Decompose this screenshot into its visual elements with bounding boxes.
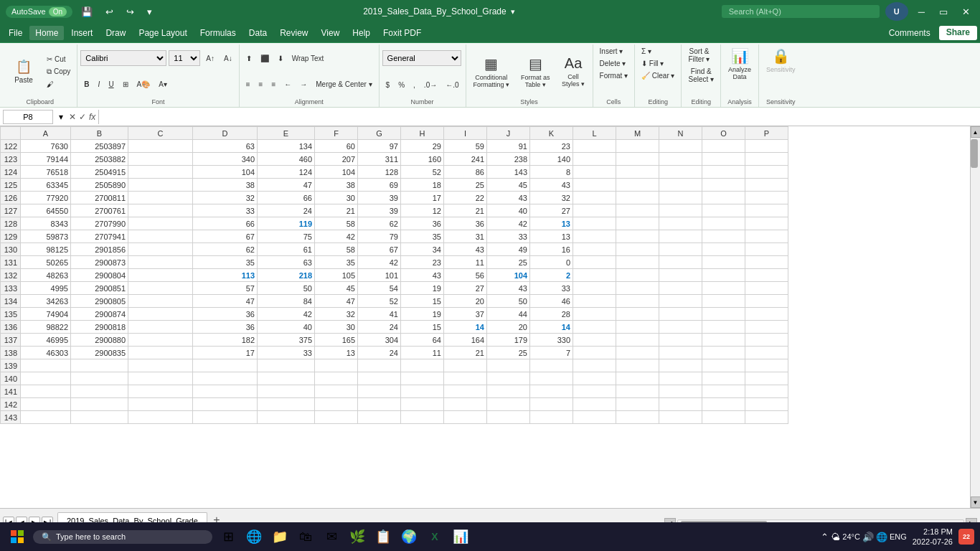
cell-k124[interactable]: 8 bbox=[530, 166, 573, 179]
fill-button[interactable]: ⬇ Fill ▾ bbox=[638, 58, 678, 69]
menu-formulas[interactable]: Formulas bbox=[194, 26, 242, 40]
taskbar-app7[interactable]: 📋 bbox=[372, 525, 395, 548]
cell-m139[interactable] bbox=[616, 359, 659, 372]
cell-b130[interactable]: 2901856 bbox=[71, 243, 128, 256]
cell-j136[interactable]: 20 bbox=[487, 321, 530, 334]
cell-p135[interactable] bbox=[745, 308, 788, 321]
cell-g134[interactable]: 52 bbox=[358, 295, 401, 308]
cell-c140[interactable] bbox=[128, 372, 193, 385]
cell-i143[interactable] bbox=[444, 411, 487, 424]
cell-o132[interactable] bbox=[702, 269, 745, 282]
cell-g129[interactable]: 79 bbox=[358, 230, 401, 243]
row-header[interactable]: 122 bbox=[1, 140, 21, 153]
cell-n142[interactable] bbox=[659, 398, 702, 411]
cell-b132[interactable]: 2900804 bbox=[71, 269, 128, 282]
row-header[interactable]: 125 bbox=[1, 179, 21, 192]
user-avatar[interactable]: U bbox=[885, 2, 908, 21]
cell-d131[interactable]: 35 bbox=[193, 256, 258, 269]
global-search[interactable] bbox=[722, 5, 880, 18]
cell-n139[interactable] bbox=[659, 359, 702, 372]
cell-d143[interactable] bbox=[193, 411, 258, 424]
cell-k133[interactable]: 33 bbox=[530, 282, 573, 295]
menu-insert[interactable]: Insert bbox=[65, 26, 98, 40]
tray-chevron[interactable]: ⌃ bbox=[821, 532, 829, 542]
cell-j124[interactable]: 143 bbox=[487, 166, 530, 179]
cell-j134[interactable]: 50 bbox=[487, 295, 530, 308]
cell-f131[interactable]: 35 bbox=[315, 256, 358, 269]
scroll-up-button[interactable]: ▲ bbox=[971, 126, 981, 138]
cell-j138[interactable]: 25 bbox=[487, 347, 530, 359]
cell-a126[interactable]: 77920 bbox=[21, 192, 71, 204]
percent-button[interactable]: % bbox=[395, 80, 408, 90]
cell-j143[interactable] bbox=[487, 411, 530, 424]
cell-o125[interactable] bbox=[702, 179, 745, 192]
grid-wrapper[interactable]: A B C D E F G H I J K L M N O bbox=[0, 126, 970, 428]
cell-i134[interactable]: 20 bbox=[444, 295, 487, 308]
cell-d130[interactable]: 62 bbox=[193, 243, 258, 256]
cell-l139[interactable] bbox=[573, 359, 616, 372]
cell-d142[interactable] bbox=[193, 398, 258, 411]
cell-b127[interactable]: 2700761 bbox=[71, 204, 128, 217]
cell-n127[interactable] bbox=[659, 204, 702, 217]
font-size-select[interactable]: 11 bbox=[169, 50, 200, 66]
delete-cells-button[interactable]: Delete ▾ bbox=[596, 58, 631, 69]
format-as-table-button[interactable]: ▤ Format asTable ▾ bbox=[517, 54, 555, 90]
cell-p127[interactable] bbox=[745, 204, 788, 217]
cell-k131[interactable]: 0 bbox=[530, 256, 573, 269]
cell-o134[interactable] bbox=[702, 295, 745, 308]
cell-h137[interactable]: 64 bbox=[401, 334, 444, 347]
cell-f129[interactable]: 42 bbox=[315, 230, 358, 243]
minimize-button[interactable]: ─ bbox=[914, 5, 929, 19]
cell-p125[interactable] bbox=[745, 179, 788, 192]
cell-k135[interactable]: 28 bbox=[530, 308, 573, 321]
cell-j135[interactable]: 44 bbox=[487, 308, 530, 321]
cell-o129[interactable] bbox=[702, 230, 745, 243]
scroll-down-button[interactable]: ▼ bbox=[971, 496, 981, 508]
cell-i137[interactable]: 164 bbox=[444, 334, 487, 347]
underline-button[interactable]: U bbox=[105, 79, 117, 90]
col-header-h[interactable]: H bbox=[401, 127, 444, 140]
redo-button[interactable]: ↪ bbox=[122, 5, 138, 19]
cell-a123[interactable]: 79144 bbox=[21, 153, 71, 166]
cell-f133[interactable]: 45 bbox=[315, 282, 358, 295]
cell-p122[interactable] bbox=[745, 140, 788, 153]
function-wizard-button[interactable]: fx bbox=[89, 112, 95, 122]
taskbar-store[interactable]: 🛍 bbox=[294, 525, 317, 548]
cell-i125[interactable]: 25 bbox=[444, 179, 487, 192]
cell-m125[interactable] bbox=[616, 179, 659, 192]
cell-f135[interactable]: 32 bbox=[315, 308, 358, 321]
cell-l132[interactable] bbox=[573, 269, 616, 282]
menu-foxit[interactable]: Foxit PDF bbox=[377, 26, 427, 40]
align-left-button[interactable]: ≡ bbox=[242, 79, 254, 90]
cell-d139[interactable] bbox=[193, 359, 258, 372]
cell-o138[interactable] bbox=[702, 347, 745, 359]
cell-e135[interactable]: 42 bbox=[258, 308, 315, 321]
cell-i126[interactable]: 22 bbox=[444, 192, 487, 204]
conditional-formatting-button[interactable]: ▦ ConditionalFormatting ▾ bbox=[469, 54, 514, 90]
cell-h124[interactable]: 52 bbox=[401, 166, 444, 179]
cell-e123[interactable]: 460 bbox=[258, 153, 315, 166]
align-middle-button[interactable]: ⬛ bbox=[257, 53, 273, 64]
cell-h129[interactable]: 35 bbox=[401, 230, 444, 243]
cell-c133[interactable] bbox=[128, 282, 193, 295]
align-top-button[interactable]: ⬆ bbox=[242, 53, 255, 64]
cell-o128[interactable] bbox=[702, 217, 745, 230]
cell-o139[interactable] bbox=[702, 359, 745, 372]
col-header-i[interactable]: I bbox=[444, 127, 487, 140]
cell-b123[interactable]: 2503882 bbox=[71, 153, 128, 166]
cell-k127[interactable]: 27 bbox=[530, 204, 573, 217]
cell-g122[interactable]: 97 bbox=[358, 140, 401, 153]
taskbar-search[interactable]: 🔍 Type here to search bbox=[33, 530, 212, 544]
cell-f127[interactable]: 21 bbox=[315, 204, 358, 217]
cell-f140[interactable] bbox=[315, 372, 358, 385]
cell-p141[interactable] bbox=[745, 385, 788, 398]
cell-b137[interactable]: 2900880 bbox=[71, 334, 128, 347]
cell-b143[interactable] bbox=[71, 411, 128, 424]
cell-p142[interactable] bbox=[745, 398, 788, 411]
cell-f139[interactable] bbox=[315, 359, 358, 372]
cell-f138[interactable]: 13 bbox=[315, 347, 358, 359]
cell-e138[interactable]: 33 bbox=[258, 347, 315, 359]
cell-i133[interactable]: 27 bbox=[444, 282, 487, 295]
cell-a125[interactable]: 63345 bbox=[21, 179, 71, 192]
cell-p140[interactable] bbox=[745, 372, 788, 385]
